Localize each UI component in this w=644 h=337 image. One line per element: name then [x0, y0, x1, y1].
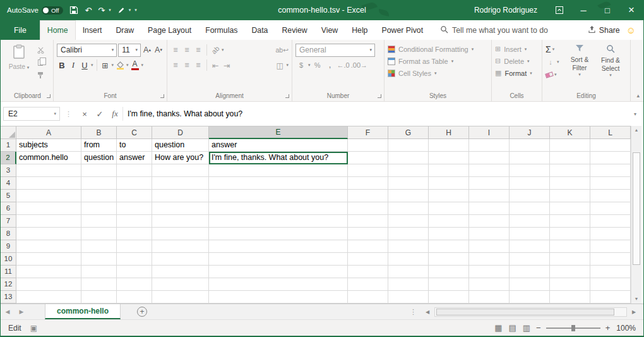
tab-power-pivot[interactable]: Power Pivot [374, 20, 430, 40]
cell-F9[interactable] [348, 240, 388, 253]
cell-B11[interactable] [81, 266, 117, 278]
cell-F1[interactable] [348, 139, 388, 152]
tab-draw[interactable]: Draw [109, 20, 141, 40]
name-box-splitter[interactable]: ⋮ [65, 110, 72, 118]
cell-C7[interactable] [117, 215, 152, 228]
cell-E12[interactable] [209, 278, 348, 291]
zoom-level[interactable]: 100% [616, 324, 636, 333]
cell-A3[interactable] [16, 164, 81, 177]
tab-scroll-splitter[interactable]: ⋮ [410, 308, 417, 316]
cell-H11[interactable] [429, 266, 469, 278]
row-header-5[interactable]: 5 [1, 190, 16, 202]
cell-C8[interactable] [117, 228, 152, 240]
cell-B4[interactable] [81, 177, 117, 190]
undo-icon[interactable]: ↶ [85, 6, 92, 15]
cell-G9[interactable] [388, 240, 429, 253]
cell-G12[interactable] [388, 278, 429, 291]
fill-color-button[interactable] [115, 59, 125, 71]
cell-C6[interactable] [117, 202, 152, 215]
cell-I4[interactable] [469, 177, 510, 190]
cell-A12[interactable] [16, 278, 81, 291]
cell-B13[interactable] [81, 291, 117, 303]
row-header-13[interactable]: 13 [1, 291, 16, 303]
cell-J5[interactable] [510, 190, 550, 202]
cell-D6[interactable] [152, 202, 209, 215]
cell-C11[interactable] [117, 266, 152, 278]
column-header-E[interactable]: E [209, 126, 348, 139]
cell-L5[interactable] [590, 190, 631, 202]
row-header-12[interactable]: 12 [1, 278, 16, 291]
cell-C13[interactable] [117, 291, 152, 303]
accounting-menu-icon[interactable]: ▾ [308, 63, 311, 68]
cell-I2[interactable] [469, 152, 510, 164]
cell-C3[interactable] [117, 164, 152, 177]
row-header-7[interactable]: 7 [1, 215, 16, 228]
row-header-10[interactable]: 10 [1, 253, 16, 266]
cell-D7[interactable] [152, 215, 209, 228]
row-header-6[interactable]: 6 [1, 202, 16, 215]
scroll-down-icon[interactable]: ▼ [631, 295, 641, 303]
align-center-button[interactable]: ≡ [182, 59, 192, 71]
cell-G13[interactable] [388, 291, 429, 303]
underline-button[interactable]: U [80, 59, 90, 71]
cell-A2[interactable]: common.hello [16, 152, 81, 164]
hscroll-right-icon[interactable]: ▶ [628, 309, 640, 315]
cell-L11[interactable] [590, 266, 631, 278]
fill-color-menu-icon[interactable]: ▾ [126, 63, 129, 68]
macro-record-icon[interactable]: ▣ [30, 324, 37, 333]
cell-styles-button[interactable]: Cell Styles ▾ [388, 67, 488, 79]
cell-B8[interactable] [81, 228, 117, 240]
cell-D2[interactable]: How are you? [152, 152, 209, 164]
row-header-4[interactable]: 4 [1, 177, 16, 190]
cell-K12[interactable] [550, 278, 590, 291]
cell-A13[interactable] [16, 291, 81, 303]
cell-H5[interactable] [429, 190, 469, 202]
column-header-B[interactable]: B [81, 126, 117, 139]
orientation-button[interactable]: ab [210, 44, 220, 56]
name-box[interactable]: E2 ▾ [3, 107, 60, 121]
cell-K8[interactable] [550, 228, 590, 240]
cell-K6[interactable] [550, 202, 590, 215]
cell-H12[interactable] [429, 278, 469, 291]
italic-button[interactable]: I [68, 59, 78, 71]
cut-button[interactable] [35, 45, 46, 55]
feedback-smiley-icon[interactable]: ☺ [626, 20, 636, 40]
cell-C5[interactable] [117, 190, 152, 202]
cell-A7[interactable] [16, 215, 81, 228]
borders-menu-icon[interactable]: ▾ [112, 63, 114, 68]
column-header-K[interactable]: K [550, 126, 590, 139]
cell-K4[interactable] [550, 177, 590, 190]
cell-L8[interactable] [590, 228, 631, 240]
save-icon[interactable] [69, 6, 78, 15]
redo-icon[interactable]: ↷ [98, 6, 105, 15]
cell-D12[interactable] [152, 278, 209, 291]
cell-D5[interactable] [152, 190, 209, 202]
cell-L2[interactable] [590, 152, 631, 164]
cell-F3[interactable] [348, 164, 388, 177]
cell-L9[interactable] [590, 240, 631, 253]
cell-B3[interactable] [81, 164, 117, 177]
tab-data[interactable]: Data [244, 20, 275, 40]
cell-C9[interactable] [117, 240, 152, 253]
cell-H7[interactable] [429, 215, 469, 228]
insert-cells-button[interactable]: ⊞ Insert ▾ [495, 43, 539, 55]
cell-H3[interactable] [429, 164, 469, 177]
cell-B5[interactable] [81, 190, 117, 202]
column-header-C[interactable]: C [117, 126, 152, 139]
formula-input[interactable]: I'm fine, thanks. What about you? [122, 107, 629, 121]
sort-filter-button[interactable]: Sort & Filter ▾ [565, 42, 594, 90]
sheet-tab-common-hello[interactable]: common-hello [45, 304, 121, 319]
cell-D3[interactable] [152, 164, 209, 177]
conditional-formatting-button[interactable]: Conditional Formatting ▾ [388, 43, 488, 55]
sheet-prev-icon[interactable]: ◀ [1, 309, 15, 315]
row-header-11[interactable]: 11 [1, 266, 16, 278]
paste-button[interactable]: Paste ▾ [5, 42, 33, 90]
cell-F4[interactable] [348, 177, 388, 190]
vertical-scrollbar[interactable]: ▲ ▼ [631, 126, 641, 303]
tab-file[interactable]: File [1, 20, 40, 40]
cell-F12[interactable] [348, 278, 388, 291]
cell-E8[interactable] [209, 228, 348, 240]
close-button[interactable]: × [619, 0, 643, 20]
bold-button[interactable]: B [57, 59, 67, 71]
collapse-ribbon-icon[interactable]: ▴ [636, 92, 640, 99]
